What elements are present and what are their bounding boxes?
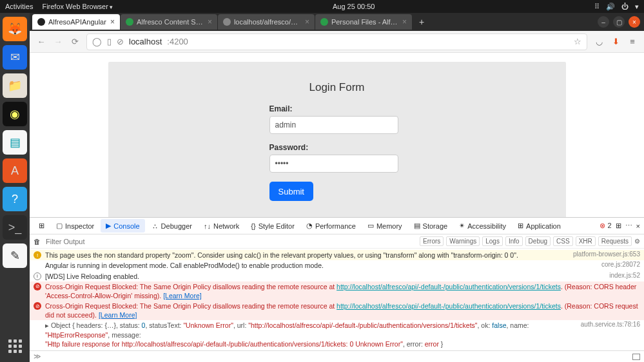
- submit-button[interactable]: Submit: [269, 182, 313, 201]
- tab-label: Alfresco Content Service: [137, 18, 204, 26]
- activities-button[interactable]: Activities: [5, 3, 33, 10]
- dt-tab-application[interactable]: ⊞ Application: [512, 219, 566, 233]
- console-body[interactable]: ! This page uses the non standard proper…: [30, 249, 644, 350]
- tab-1[interactable]: Alfresco Content Service ×: [121, 14, 217, 30]
- download-icon[interactable]: ⬇: [610, 37, 621, 46]
- dt-tab-memory[interactable]: ▭ Memory: [362, 219, 407, 233]
- cat-xhr[interactable]: XHR: [576, 236, 596, 246]
- tab-strip: AlfresoAPIAngular × Alfresco Content Ser…: [30, 13, 644, 31]
- dock-help[interactable]: ?: [3, 187, 27, 211]
- console-log-warn[interactable]: ! This page uses the non standard proper…: [30, 250, 644, 260]
- url-path: :4200: [167, 37, 188, 46]
- dt-tab-storage[interactable]: ▤ Storage: [409, 219, 453, 233]
- learn-more-link[interactable]: [Learn More]: [99, 311, 137, 319]
- dock-thunderbird[interactable]: ✉: [3, 45, 27, 70]
- nav-forward-icon[interactable]: →: [53, 37, 63, 46]
- learn-more-link[interactable]: [Learn More]: [163, 292, 202, 300]
- dt-tab-performance[interactable]: ◔ Performance: [301, 219, 361, 233]
- chevron-down-icon[interactable]: ▾: [635, 3, 639, 11]
- devtools-close-icon[interactable]: ×: [636, 222, 640, 230]
- favicon: [320, 18, 328, 26]
- nav-back-icon[interactable]: ←: [36, 37, 46, 46]
- devtools-error-badge[interactable]: ⊗ 2: [600, 222, 611, 230]
- console-log-object[interactable]: ▸ Object { headers: {…}, status: 0, stat…: [30, 320, 644, 349]
- app-menu[interactable]: Firefox Web Browser: [42, 3, 113, 10]
- url-toolbar: ← → ⟳ ◯ ▯ ⊘ localhost:4200 ☆ ◡ ⬇ ≡: [30, 31, 644, 53]
- console-settings-icon[interactable]: ⚙: [634, 238, 640, 245]
- window-minimize[interactable]: –: [598, 16, 609, 28]
- email-input[interactable]: [269, 116, 398, 134]
- nav-reload-icon[interactable]: ⟳: [70, 37, 80, 46]
- dt-tab-style-editor[interactable]: {} Style Editor: [246, 220, 300, 233]
- devtools: ⊞ ▢ Inspector ▶ Console ⛬ Debugger ↑↓ Ne…: [30, 217, 644, 362]
- cat-debug[interactable]: Debug: [525, 236, 551, 246]
- dock-firefox[interactable]: 🦊: [3, 17, 27, 41]
- dock-text-editor[interactable]: ✎: [3, 243, 27, 268]
- window-close[interactable]: ×: [629, 16, 640, 28]
- dock-software[interactable]: A: [3, 158, 27, 183]
- new-tab-button[interactable]: +: [413, 17, 431, 27]
- dt-tab-network[interactable]: ↑↓ Network: [199, 220, 244, 233]
- hamburger-icon[interactable]: ≡: [627, 37, 638, 46]
- console-log-error[interactable]: ⊘ Cross-Origin Request Blocked: The Same…: [30, 281, 644, 301]
- firefox-window: AlfresoAPIAngular × Alfresco Content Ser…: [30, 13, 644, 362]
- info-icon: i: [34, 272, 41, 280]
- tab-close-icon[interactable]: ×: [402, 17, 407, 26]
- cat-logs[interactable]: Logs: [482, 236, 503, 246]
- console-log-error[interactable]: ⊘ Cross-Origin Request Blocked: The Same…: [30, 301, 644, 320]
- console-filter-input[interactable]: [46, 238, 239, 245]
- error-icon: ⊘: [34, 283, 41, 291]
- window-maximize[interactable]: ▢: [613, 16, 625, 28]
- password-input[interactable]: [269, 155, 398, 173]
- clock[interactable]: Aug 25 00:50: [113, 3, 594, 10]
- tab-3[interactable]: Personal Files - Alfresco ×: [315, 14, 412, 30]
- cat-requests[interactable]: Requests: [598, 236, 632, 246]
- bookmark-icon[interactable]: ☆: [574, 37, 581, 46]
- dt-tab-accessibility[interactable]: ✴ Accessibility: [454, 219, 511, 233]
- tab-close-icon[interactable]: ×: [305, 17, 309, 26]
- perm-icon[interactable]: ▯: [107, 37, 112, 46]
- dt-tab-debugger[interactable]: ⛬ Debugger: [146, 220, 197, 233]
- tab-label: AlfresoAPIAngular: [48, 18, 106, 26]
- console-prompt-icon: ≫: [34, 352, 41, 361]
- log-source[interactable]: index.js:52: [603, 272, 640, 279]
- dock-rhythmbox[interactable]: ◉: [3, 102, 27, 126]
- dock-libreoffice[interactable]: ▤: [3, 130, 27, 155]
- lock-icon[interactable]: ⊘: [117, 37, 124, 46]
- favicon: [37, 18, 45, 26]
- console-input-row[interactable]: ≫: [30, 350, 644, 362]
- dock-terminal[interactable]: >_: [3, 215, 27, 240]
- devtools-responsive-icon[interactable]: ⊞: [616, 222, 621, 230]
- log-source[interactable]: auth.service.ts:78:16: [574, 321, 640, 328]
- devtools-picker-icon[interactable]: ⊞: [34, 219, 50, 233]
- tab-2[interactable]: localhost/alfresco/api/-def... ×: [218, 14, 315, 30]
- shield-icon[interactable]: ◯: [92, 37, 102, 46]
- warn-icon: !: [34, 251, 41, 259]
- console-log-info[interactable]: i [WDS] Live Reloading enabled. index.js…: [30, 271, 644, 281]
- tab-close-icon[interactable]: ×: [110, 17, 115, 26]
- login-title: Login Form: [108, 81, 566, 94]
- pocket-icon[interactable]: ◡: [594, 37, 604, 46]
- dock-files[interactable]: 📁: [3, 73, 27, 98]
- volume-icon[interactable]: 🔊: [606, 3, 615, 11]
- tab-0[interactable]: AlfresoAPIAngular ×: [32, 14, 120, 30]
- cat-css[interactable]: CSS: [553, 236, 573, 246]
- cat-errors[interactable]: Errors: [420, 236, 444, 246]
- system-tray[interactable]: ⠿ 🔊 ⏻ ▾: [594, 3, 639, 11]
- cat-info[interactable]: Info: [505, 236, 523, 246]
- cat-warnings[interactable]: Warnings: [446, 236, 480, 246]
- login-card: Login Form Email: Password: Submit: [108, 62, 566, 217]
- devtools-kebab-icon[interactable]: ⋯: [625, 222, 632, 230]
- log-source[interactable]: platform-browser.js:653: [567, 251, 640, 258]
- dock-apps-grid[interactable]: [3, 334, 27, 358]
- network-icon[interactable]: ⠿: [594, 3, 600, 11]
- dt-tab-inspector[interactable]: ▢ Inspector: [51, 219, 99, 233]
- console-split-icon[interactable]: [632, 354, 640, 360]
- dt-tab-console[interactable]: ▶ Console: [101, 219, 144, 233]
- console-log-info[interactable]: Angular is running in development mode. …: [30, 260, 644, 271]
- address-bar[interactable]: ◯ ▯ ⊘ localhost:4200 ☆: [86, 33, 587, 50]
- power-icon[interactable]: ⏻: [621, 3, 629, 10]
- console-trash-icon[interactable]: 🗑: [34, 238, 41, 245]
- log-source[interactable]: core.js:28072: [595, 261, 640, 268]
- tab-close-icon[interactable]: ×: [208, 17, 212, 26]
